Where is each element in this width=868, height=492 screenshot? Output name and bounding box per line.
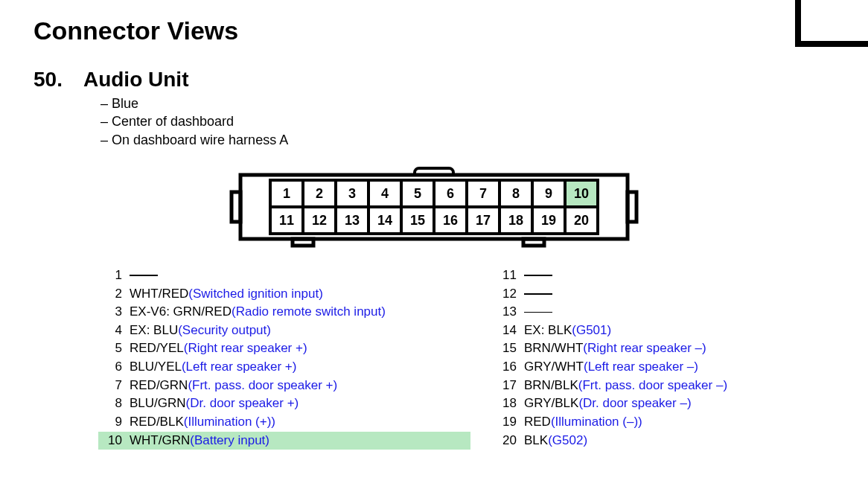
pin-row-6: 6BLU/YEL (Left rear speaker +): [98, 358, 470, 377]
pin-number: 16: [496, 358, 517, 377]
pin-label-3: 3: [348, 186, 356, 201]
wire-color: EX: BLU: [130, 322, 178, 340]
pin-number: 8: [101, 394, 122, 413]
pin-label-9: 9: [545, 186, 552, 201]
corner-mark: [795, 0, 868, 47]
pin-number: 17: [496, 377, 517, 395]
connector-svg: 1234567891011121314151617181920: [226, 162, 642, 252]
pin-label-19: 19: [541, 213, 556, 228]
pin-description: (Right rear speaker +): [184, 339, 307, 358]
pin-label-10: 10: [574, 186, 589, 201]
pin-row-4: 4EX: BLU (Security output): [98, 322, 470, 340]
wire-color: GRY/WHT: [524, 358, 584, 377]
pin-row-13: 13: [493, 303, 865, 322]
pin-label-20: 20: [574, 213, 589, 228]
wire-color: WHT/GRN: [130, 432, 190, 450]
wire-color: EX-V6: GRN/RED: [130, 303, 232, 322]
pin-row-10: 10WHT/GRN (Battery input): [98, 432, 470, 450]
wire-color: GRY/BLK: [524, 394, 578, 413]
pin-row-17: 17BRN/BLK (Frt. pass. door speaker –): [493, 377, 865, 395]
pin-column-left: 12WHT/RED (Switched ignition input)3EX-V…: [98, 266, 470, 450]
pin-label-16: 16: [443, 213, 458, 228]
pin-label-7: 7: [479, 186, 487, 201]
note-line: – Center of dashboard: [100, 112, 868, 130]
empty-pin-dash: [524, 293, 552, 295]
pin-row-8: 8BLU/GRN (Dr. door speaker +): [98, 394, 470, 413]
section-notes: – Blue – Center of dashboard – On dashbo…: [100, 95, 868, 149]
pin-row-16: 16GRY/WHT (Left rear speaker –): [493, 358, 865, 377]
pin-number: 10: [101, 432, 122, 450]
pin-row-18: 18GRY/BLK (Dr. door speaker –): [493, 394, 865, 413]
pin-description: (Left rear speaker –): [584, 358, 698, 377]
note-line: – Blue: [100, 95, 868, 112]
pin-number: 9: [101, 413, 122, 432]
pin-description: (Radio remote switch input): [232, 303, 386, 322]
pin-label-8: 8: [512, 186, 520, 201]
pin-description: (Illumination (+)): [184, 413, 275, 432]
section-number: 50.: [33, 68, 63, 92]
pin-description: (Left rear speaker +): [182, 358, 297, 377]
pin-description: (Battery input): [190, 432, 269, 450]
pin-number: 6: [101, 358, 122, 377]
connector-diagram: 1234567891011121314151617181920: [226, 162, 642, 252]
pin-number: 19: [496, 413, 517, 432]
wire-color: RED/YEL: [130, 339, 184, 358]
pin-number: 13: [496, 303, 517, 322]
pin-label-2: 2: [316, 186, 323, 201]
pin-label-5: 5: [414, 186, 421, 201]
wire-color: RED/BLK: [130, 413, 184, 432]
pin-number: 5: [101, 339, 122, 358]
pin-label-18: 18: [508, 213, 523, 228]
pin-number: 15: [496, 339, 517, 358]
pin-label-6: 6: [447, 186, 454, 201]
wire-color: BLK: [524, 432, 548, 450]
pin-label-14: 14: [377, 213, 392, 228]
wire-color: BLU/GRN: [130, 394, 186, 413]
pin-description: (Illumination (–)): [551, 413, 642, 432]
pin-description: (Frt. pass. door speaker –): [578, 377, 727, 395]
pin-number: 12: [496, 285, 517, 304]
pin-row-14: 14EX: BLK (G501): [493, 322, 865, 340]
pin-number: 2: [101, 285, 122, 304]
pin-description: (Dr. door speaker –): [578, 394, 691, 413]
pin-row-11: 11: [493, 266, 865, 285]
section-title: Audio Unit: [83, 68, 189, 92]
pin-row-2: 2WHT/RED (Switched ignition input): [98, 285, 470, 304]
pin-number: 4: [101, 322, 122, 340]
pin-row-3: 3EX-V6: GRN/RED (Radio remote switch inp…: [98, 303, 470, 322]
pin-label-4: 4: [381, 186, 389, 201]
pin-label-1: 1: [283, 186, 290, 201]
pin-description: (G501): [572, 322, 611, 340]
pin-row-1: 1: [98, 266, 470, 285]
pin-row-20: 20BLK (G502): [493, 432, 865, 450]
pin-label-12: 12: [312, 213, 327, 228]
empty-pin-dash: [524, 275, 552, 276]
pin-description: (Frt. pass. door speaker +): [188, 377, 337, 395]
pin-row-19: 19RED (Illumination (–)): [493, 413, 865, 432]
svg-rect-4: [523, 239, 544, 246]
pin-label-17: 17: [476, 213, 491, 228]
pin-number: 1: [101, 266, 122, 285]
pin-row-15: 15BRN/WHT (Right rear speaker –): [493, 339, 865, 358]
pin-row-9: 9RED/BLK (Illumination (+)): [98, 413, 470, 432]
note-line: – On dashboard wire harness A: [100, 131, 868, 149]
pin-row-5: 5RED/YEL (Right rear speaker +): [98, 339, 470, 358]
pin-number: 7: [101, 377, 122, 395]
pin-tables: 12WHT/RED (Switched ignition input)3EX-V…: [98, 266, 868, 450]
svg-rect-1: [232, 192, 240, 222]
pin-description: (Right rear speaker –): [583, 339, 706, 358]
wire-color: BRN/WHT: [524, 339, 583, 358]
wire-color: WHT/RED: [130, 285, 188, 304]
wire-color: BRN/BLK: [524, 377, 578, 395]
pin-number: 11: [496, 266, 517, 285]
pin-description: (Switched ignition input): [188, 285, 322, 304]
page-title: Connector Views: [33, 16, 868, 45]
empty-pin-dash: [524, 312, 552, 313]
svg-rect-3: [293, 239, 313, 246]
pin-description: (Dr. door speaker +): [186, 394, 299, 413]
pin-number: 14: [496, 322, 517, 340]
empty-pin-dash: [130, 275, 158, 276]
pin-number: 18: [496, 394, 517, 413]
pin-row-12: 12: [493, 285, 865, 304]
pin-number: 20: [496, 432, 517, 450]
